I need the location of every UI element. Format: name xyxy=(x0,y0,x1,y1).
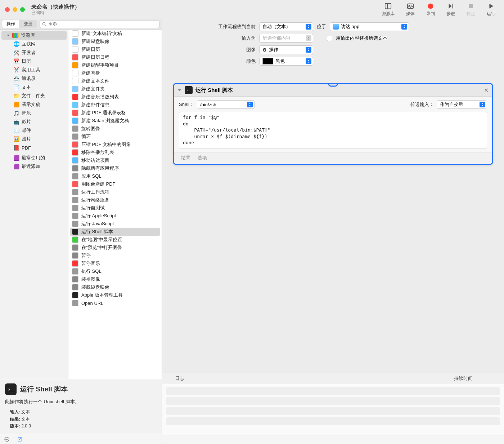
chevron-down-icon[interactable] xyxy=(177,88,182,92)
action-item[interactable]: 新建文件夹 xyxy=(68,85,162,93)
log-col-duration[interactable]: 持续时间 xyxy=(450,373,504,384)
category-item[interactable]: 🛠️开发者 xyxy=(0,48,68,57)
category-item[interactable]: 🎵音乐 xyxy=(0,109,68,117)
category-item[interactable]: ✉️邮件 xyxy=(0,126,68,135)
category-list[interactable]: 资源库 🌐互联网🛠️开发者📅日历✂️实用工具📇通讯录📄文本📁文件…件夹🟧演示文稿… xyxy=(0,30,68,379)
action-item[interactable]: 旋转图像 xyxy=(68,125,162,133)
action-item[interactable]: 运行 JavaScript xyxy=(68,220,162,228)
svg-marker-26 xyxy=(482,105,483,106)
replace-checkbox[interactable] xyxy=(327,36,332,41)
action-item[interactable]: 运行 Shell 脚本 xyxy=(70,228,160,236)
action-item[interactable]: 应用 SQL xyxy=(68,172,162,180)
action-item[interactable]: 新建音乐播放列表 xyxy=(68,93,162,101)
action-item[interactable]: 移动访达项目 xyxy=(68,156,162,164)
action-item[interactable]: 新建日历 xyxy=(68,45,162,53)
category-library[interactable]: 资源库 xyxy=(1,31,67,40)
results-tab[interactable]: 结果 xyxy=(181,155,190,161)
action-item[interactable]: 新建邮件信息 xyxy=(68,101,162,109)
action-item[interactable]: Open URL xyxy=(68,299,162,307)
category-item[interactable]: 📅日历 xyxy=(0,57,68,66)
action-card[interactable]: ›_ 运行 Shell 脚本 ✕ Shell： /bin/zsh 传递输入： xyxy=(173,83,493,165)
action-item[interactable]: 新建"文本编辑"文稿 xyxy=(68,30,162,37)
zoom-icon[interactable] xyxy=(20,7,25,12)
action-item[interactable]: 新建磁盘映像 xyxy=(68,37,162,45)
action-item[interactable]: 装裱图像 xyxy=(68,275,162,283)
category-icon: 🟧 xyxy=(13,101,19,108)
action-item[interactable]: 移除空播放列表 xyxy=(68,148,162,156)
window-title: 未命名（快速操作） xyxy=(31,4,80,10)
tab-segment[interactable]: 操作 变量 xyxy=(2,20,37,28)
svg-marker-20 xyxy=(308,60,310,61)
action-icon xyxy=(72,260,78,267)
action-item[interactable]: 暂停音乐 xyxy=(68,259,162,267)
action-item[interactable]: 执行 SQL xyxy=(68,267,162,275)
category-item[interactable]: 🟪最常使用的 xyxy=(0,154,68,162)
category-item[interactable]: 📄文本 xyxy=(0,83,68,92)
action-item[interactable]: 新建日历日程 xyxy=(68,53,162,61)
category-item[interactable]: 🟧演示文稿 xyxy=(0,100,68,109)
action-item[interactable]: 运行工作流程 xyxy=(68,188,162,196)
action-item[interactable]: 在"地图"中显示位置 xyxy=(68,236,162,244)
action-item[interactable]: 暂停 xyxy=(68,252,162,259)
minimize-icon[interactable] xyxy=(13,7,17,12)
log-row xyxy=(166,407,500,415)
toggle-description-button[interactable] xyxy=(17,436,23,443)
svg-marker-24 xyxy=(249,105,251,106)
run-button[interactable]: 运行 xyxy=(487,2,495,17)
search-field[interactable] xyxy=(40,20,159,28)
shell-dropdown[interactable]: /bin/zsh xyxy=(197,100,255,109)
category-item[interactable]: 🖼️照片 xyxy=(0,135,68,143)
close-icon[interactable] xyxy=(5,7,10,12)
category-item[interactable]: 📺影片 xyxy=(0,117,68,126)
search-icon xyxy=(42,22,47,27)
action-item[interactable]: 压缩 PDF 文稿中的图像 xyxy=(68,141,162,148)
action-item[interactable]: 新建 Safari 浏览器文稿 xyxy=(68,117,162,125)
log-col-log[interactable]: 日志 xyxy=(162,373,450,384)
in-label: 位于 xyxy=(317,23,326,30)
category-item[interactable]: 📕PDF xyxy=(0,143,68,152)
category-item[interactable]: 🌐互联网 xyxy=(0,40,68,48)
category-item[interactable]: 🟪最近添加 xyxy=(0,162,68,171)
action-item[interactable]: 隐藏所有应用程序 xyxy=(68,164,162,172)
action-list[interactable]: 新建"文本编辑"文稿新建磁盘映像新建日历新建日历日程新建提醒事项项目新建替身新建… xyxy=(68,30,162,379)
action-item[interactable]: 新建文本文件 xyxy=(68,77,162,85)
input-as-dropdown[interactable]: 所选全部内容 xyxy=(259,34,313,43)
action-icon xyxy=(72,205,78,211)
pass-label: 传递输入： xyxy=(410,101,434,108)
tab-variables[interactable]: 变量 xyxy=(19,20,37,28)
terminal-icon: ›_ xyxy=(5,383,17,395)
action-item[interactable]: 循环 xyxy=(68,133,162,141)
svg-marker-16 xyxy=(308,37,310,37)
action-item[interactable]: 新建替身 xyxy=(68,69,162,77)
script-textarea[interactable]: for f in "$@" do PATH="/usr/local/bin:$P… xyxy=(179,112,487,148)
image-label: 图像 xyxy=(173,46,256,53)
options-tab[interactable]: 选项 xyxy=(198,155,207,161)
receives-dropdown[interactable]: 自动（文本） xyxy=(259,22,313,31)
category-item[interactable]: ✂️实用工具 xyxy=(0,66,68,74)
action-icon xyxy=(72,284,78,290)
action-item[interactable]: 运行自测试 xyxy=(68,204,162,212)
action-item[interactable]: 新建 PDF 通讯录表格 xyxy=(68,109,162,117)
more-button[interactable] xyxy=(4,436,10,443)
action-item[interactable]: 在"预览"中打开图像 xyxy=(68,244,162,252)
close-icon[interactable]: ✕ xyxy=(484,87,489,94)
library-button[interactable]: 资源库 xyxy=(382,2,395,17)
action-item[interactable]: 用图像新建 PDF xyxy=(68,180,162,188)
category-item[interactable]: 📁文件…件夹 xyxy=(0,92,68,100)
log-row xyxy=(166,397,500,405)
color-dropdown[interactable]: 黑色 xyxy=(259,57,313,66)
category-item[interactable]: 📇通讯录 xyxy=(0,74,68,83)
tab-actions[interactable]: 操作 xyxy=(2,20,19,28)
image-dropdown[interactable]: ⚙︎ 操作 xyxy=(259,45,313,54)
action-item[interactable]: 运行网络服务 xyxy=(68,196,162,204)
step-button[interactable]: 步进 xyxy=(446,2,455,17)
action-item[interactable]: 新建提醒事项项目 xyxy=(68,61,162,69)
search-input[interactable] xyxy=(40,20,159,28)
in-dropdown[interactable]: 访达.app xyxy=(330,22,409,31)
action-item[interactable]: Apple 版本管理工具 xyxy=(68,291,162,299)
media-button[interactable]: 媒体 xyxy=(406,2,415,17)
pass-dropdown[interactable]: 作为自变量 xyxy=(437,100,487,109)
action-item[interactable]: 装载磁盘映像 xyxy=(68,283,162,291)
action-item[interactable]: 运行 AppleScript xyxy=(68,212,162,220)
record-button[interactable]: 录制 xyxy=(426,2,435,17)
